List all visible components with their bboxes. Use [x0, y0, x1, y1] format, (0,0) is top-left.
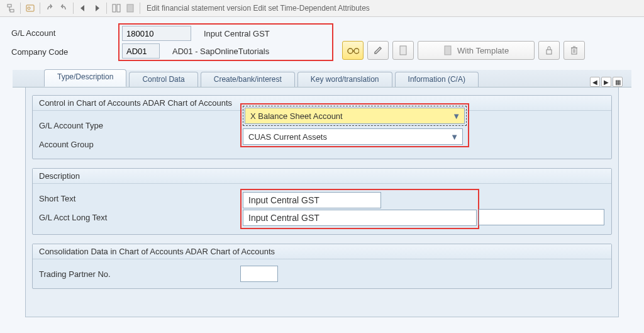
panel-description-title: Description: [33, 169, 611, 184]
gl-account-label: G/L Account: [11, 28, 118, 38]
trading-partner-input[interactable]: [240, 266, 278, 282]
gl-account-input[interactable]: [122, 26, 191, 41]
svg-marker-6: [80, 5, 84, 11]
layout-icon[interactable]: [109, 2, 123, 14]
tab-list-button[interactable]: ▦: [613, 77, 623, 87]
delete-button[interactable]: [564, 41, 585, 60]
svg-rect-8: [113, 4, 116, 12]
gl-account-desc: Input Central GST: [204, 29, 330, 38]
document-icon: [443, 45, 452, 55]
panel-consolidation: Consolidation Data in Chart of Accounts …: [32, 244, 612, 289]
svg-rect-0: [8, 4, 11, 7]
tab-scroll-right[interactable]: ▶: [601, 77, 611, 87]
tabstrip: Type/Description Control Data Create/ban…: [13, 70, 631, 87]
toolbar-title: Edit financial statement version Edit se…: [147, 4, 370, 13]
edit-pencil-button[interactable]: [367, 41, 389, 60]
with-template-button[interactable]: With Template: [418, 41, 535, 60]
card-icon[interactable]: [23, 2, 37, 14]
glasses-button[interactable]: [342, 41, 364, 60]
hierarchy-icon[interactable]: [4, 2, 18, 14]
tab-scroll-left[interactable]: ◀: [590, 77, 600, 87]
svg-rect-16: [547, 50, 552, 54]
account-group-value: CUAS Current Assets: [248, 132, 327, 142]
tab-key-word-translation[interactable]: Key word/translation: [297, 72, 392, 87]
gl-account-type-value: X Balance Sheet Account: [250, 111, 343, 121]
long-text-input-part1[interactable]: [243, 210, 477, 226]
prev-icon[interactable]: [76, 2, 90, 14]
trading-partner-label: Trading Partner No.: [39, 269, 240, 279]
document-icon[interactable]: [123, 2, 137, 14]
tab-control-data[interactable]: Control Data: [129, 72, 197, 87]
app-toolbar: Edit financial statement version Edit se…: [0, 0, 644, 17]
undo-icon[interactable]: [43, 2, 57, 14]
short-text-input[interactable]: [243, 192, 381, 208]
company-code-input[interactable]: [122, 43, 160, 59]
tab-type-description[interactable]: Type/Description: [44, 69, 126, 87]
long-text-label: G/L Acct Long Text: [39, 213, 107, 222]
svg-point-11: [348, 48, 353, 54]
svg-rect-17: [572, 48, 577, 54]
company-code-desc: AD01 - SapOnlineTutorials: [172, 47, 269, 56]
redo-icon[interactable]: [57, 2, 70, 14]
header-highlight-box: Input Central GST AD01 - SapOnlineTutori…: [118, 23, 333, 61]
svg-rect-14: [400, 46, 406, 55]
panel-consolidation-title: Consolidation Data in Chart of Accounts …: [33, 244, 611, 259]
svg-rect-1: [10, 9, 14, 12]
svg-rect-10: [127, 4, 133, 12]
svg-rect-15: [445, 46, 451, 55]
short-text-label: Short Text: [39, 194, 75, 203]
account-group-dropdown[interactable]: CUAS Current Assets ▼: [243, 128, 463, 145]
svg-point-5: [28, 7, 30, 9]
lock-button[interactable]: [538, 41, 560, 60]
panel-control-chart: Control in Chart of Accounts ADAR Chart …: [32, 95, 612, 159]
description-highlight-box: [240, 189, 479, 229]
tab-create-bank-interest[interactable]: Create/bank/interest: [201, 72, 295, 87]
company-code-label: Company Code: [11, 47, 118, 57]
dropdowns-highlight-box: X Balance Sheet Account ▼ CUAS Current A…: [240, 103, 469, 147]
svg-point-12: [354, 48, 359, 54]
next-icon[interactable]: [90, 2, 104, 14]
header-area: G/L Account Company Code Input Central G…: [0, 17, 644, 66]
long-text-input-extension[interactable]: [479, 209, 604, 225]
gl-account-type-label: G/L Account Type: [39, 121, 240, 130]
chevron-down-icon: ▼: [450, 132, 458, 142]
svg-marker-7: [96, 5, 99, 11]
tab-content: Control in Chart of Accounts ADAR Chart …: [25, 87, 619, 317]
panel-description: Description Short Text G/L Acct Long Tex…: [32, 168, 612, 235]
chevron-down-icon: ▼: [452, 111, 460, 121]
gl-account-type-dropdown[interactable]: X Balance Sheet Account ▼: [245, 108, 465, 124]
new-document-button[interactable]: [392, 41, 414, 60]
tab-information-ca[interactable]: Information (C/A): [395, 72, 479, 87]
svg-rect-9: [117, 4, 120, 12]
with-template-label: With Template: [457, 46, 509, 55]
account-group-label: Account Group: [39, 140, 240, 149]
